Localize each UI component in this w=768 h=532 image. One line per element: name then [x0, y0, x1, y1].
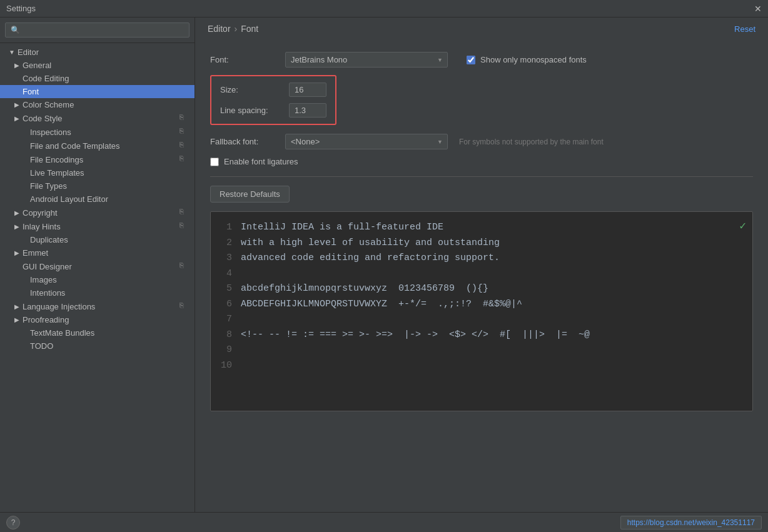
copy-icon: ⎘: [179, 113, 189, 123]
arrow-icon: ▶: [13, 114, 21, 123]
copy-icon: ⎘: [179, 208, 189, 218]
sidebar-item-code-editing[interactable]: Code Editing: [0, 72, 195, 85]
sidebar-item-live-templates[interactable]: Live Templates: [0, 166, 195, 179]
sidebar-item-gui-designer[interactable]: GUI Designer⎘: [0, 259, 195, 273]
search-box: [0, 18, 195, 43]
fallback-font-row: Fallback font: <None> For symbols not su…: [210, 134, 753, 149]
sidebar-item-label: Intentions: [30, 288, 65, 298]
sidebar-item-label: TODO: [30, 341, 53, 351]
sidebar-item-label: Inspections: [30, 128, 71, 137]
size-row: Size:: [220, 83, 326, 97]
copy-icon: ⎘: [179, 127, 189, 137]
window-title: Settings: [6, 4, 36, 13]
copy-icon: ⎘: [179, 154, 189, 164]
sidebar-item-label: General: [23, 61, 51, 70]
sidebar-item-textmate-bundles[interactable]: TextMate Bundles: [0, 326, 195, 339]
sidebar-item-proofreading[interactable]: ▶Proofreading: [0, 313, 195, 326]
sidebar-item-label: Font: [23, 87, 39, 96]
sidebar-item-images[interactable]: Images: [0, 273, 195, 286]
preview-line: 10: [221, 359, 742, 373]
arrow-icon: ▶: [13, 208, 21, 217]
sidebar-item-label: File and Code Templates: [30, 141, 120, 151]
help-button[interactable]: ?: [6, 516, 20, 529]
content-body: Font: JetBrains Mono Consolas Courier Ne…: [195, 39, 768, 512]
line-content: IntelliJ IDEA is a full-featured IDE: [241, 221, 443, 235]
bottom-bar: ? https://blog.csdn.net/weixin_42351117: [0, 512, 768, 532]
divider: [210, 176, 753, 177]
sidebar-item-color-scheme[interactable]: ▶Color Scheme: [0, 98, 195, 111]
sidebar-item-label: Language Injections: [23, 302, 95, 311]
arrow-icon: ▼: [8, 48, 16, 57]
fallback-select-wrapper: <None>: [285, 134, 448, 149]
sidebar-item-file-types[interactable]: File Types: [0, 179, 195, 193]
monospace-checkbox-row: Show only monospaced fonts: [467, 55, 587, 64]
font-select[interactable]: JetBrains Mono Consolas Courier New Fira…: [285, 52, 448, 68]
checkmark-icon: ✓: [739, 218, 746, 235]
line-content: advanced code editing and refactoring su…: [241, 251, 500, 266]
font-select-wrapper: JetBrains Mono Consolas Courier New Fira…: [285, 52, 448, 68]
line-number: 1: [221, 221, 232, 235]
search-input[interactable]: [5, 23, 189, 38]
sidebar-item-inspections[interactable]: Inspections⎘: [0, 125, 195, 139]
preview-line: 6ABCDEFGHIJKLMNOPQRSTUVWXYZ +-*/= .,;:!?…: [221, 298, 742, 312]
sidebar-item-label: Color Scheme: [23, 100, 74, 109]
monospace-label: Show only monospaced fonts: [480, 55, 587, 64]
arrow-icon: ▶: [13, 249, 21, 258]
sidebar-item-label: Inlay Hints: [23, 222, 61, 231]
fallback-font-select[interactable]: <None>: [285, 134, 448, 149]
sidebar-item-code-style[interactable]: ▶Code Style⎘: [0, 111, 195, 125]
restore-defaults-button[interactable]: Restore Defaults: [210, 186, 290, 203]
arrow-icon: ▶: [13, 61, 21, 70]
line-content: with a high level of usability and outst…: [241, 236, 500, 251]
ligatures-label: Enable font ligatures: [224, 157, 298, 166]
line-spacing-input[interactable]: [289, 103, 326, 118]
breadcrumb: Editor › Font: [208, 24, 258, 34]
preview-line: 3advanced code editing and refactoring s…: [221, 251, 742, 266]
preview-line: 7: [221, 313, 742, 327]
line-content: abcdefghijklmnopqrstuvwxyz 0123456789 ()…: [241, 282, 488, 296]
sidebar-item-inlay-hints[interactable]: ▶Inlay Hints⎘: [0, 219, 195, 233]
sidebar-item-intentions[interactable]: Intentions: [0, 286, 195, 299]
sidebar-item-label: Code Style: [23, 114, 63, 123]
line-content: <!-- -- != := === >= >- >=> |-> -> <$> <…: [241, 328, 590, 343]
sidebar-item-copyright[interactable]: ▶Copyright⎘: [0, 206, 195, 219]
line-number: 3: [221, 251, 232, 266]
monospace-checkbox[interactable]: [467, 56, 475, 64]
copy-icon: ⎘: [179, 261, 189, 271]
arrow-icon: ▶: [13, 302, 21, 311]
line-number: 8: [221, 328, 232, 343]
ligatures-checkbox[interactable]: [210, 158, 219, 166]
sidebar-item-label: File Types: [30, 181, 67, 191]
sidebar-item-label: Editor: [18, 48, 39, 57]
preview-line: 2with a high level of usability and outs…: [221, 236, 742, 251]
breadcrumb-separator: ›: [235, 24, 238, 34]
sidebar-item-label: Duplicates: [30, 235, 68, 244]
preview-line: 5abcdefghijklmnopqrstuvwxyz 0123456789 (…: [221, 282, 742, 296]
line-number: 7: [221, 313, 232, 327]
line-spacing-label: Line spacing:: [220, 106, 283, 115]
url-bar: https://blog.csdn.net/weixin_42351117: [620, 516, 762, 529]
sidebar-item-file-encodings[interactable]: File Encodings⎘: [0, 153, 195, 166]
content-header: Editor › Font Reset: [195, 18, 768, 39]
breadcrumb-current: Font: [241, 24, 258, 34]
line-number: 4: [221, 267, 232, 281]
sidebar-item-language-injections[interactable]: ▶Language Injections⎘: [0, 299, 195, 313]
close-button[interactable]: ✕: [754, 4, 762, 14]
reset-button[interactable]: Reset: [734, 24, 755, 34]
sidebar-item-todo[interactable]: TODO: [0, 339, 195, 353]
sidebar-item-label: Proofreading: [23, 315, 69, 324]
sidebar-item-label: TextMate Bundles: [30, 328, 94, 338]
sidebar-item-duplicates[interactable]: Duplicates: [0, 233, 195, 246]
size-section: Size: Line spacing:: [210, 75, 336, 125]
sidebar-item-font[interactable]: Font: [0, 85, 195, 98]
sidebar-item-emmet[interactable]: ▶Emmet: [0, 246, 195, 259]
sidebar-item-file-and-code-templates[interactable]: File and Code Templates⎘: [0, 139, 195, 153]
size-input[interactable]: [289, 83, 326, 97]
sidebar-item-editor[interactable]: ▼Editor: [0, 46, 195, 59]
nav-tree: ▼Editor▶GeneralCode EditingFont▶Color Sc…: [0, 43, 195, 512]
line-number: 2: [221, 236, 232, 251]
line-spacing-row: Line spacing:: [220, 103, 326, 118]
sidebar-item-general[interactable]: ▶General: [0, 59, 195, 72]
sidebar-item-android-layout-editor[interactable]: Android Layout Editor: [0, 193, 195, 206]
line-number: 6: [221, 298, 232, 312]
